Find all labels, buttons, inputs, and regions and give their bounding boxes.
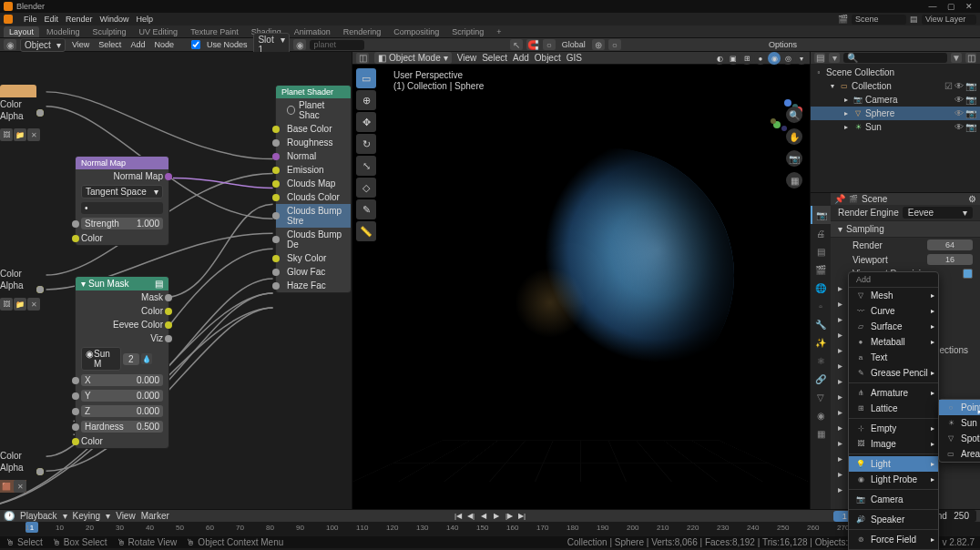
node-title[interactable]: Normal Map bbox=[76, 157, 168, 169]
tab-add[interactable]: + bbox=[491, 26, 506, 37]
orientation-label[interactable]: Global bbox=[559, 40, 588, 49]
material-preview-icon[interactable]: ◉ bbox=[768, 52, 781, 65]
vp-menu-add[interactable]: Add bbox=[513, 53, 529, 63]
cursor-tool[interactable]: ⊕ bbox=[356, 90, 376, 110]
menu-file[interactable]: File bbox=[24, 15, 37, 24]
eye-icon[interactable]: 👁 bbox=[954, 122, 964, 132]
tab-modeling[interactable]: Modeling bbox=[41, 26, 86, 37]
physics-tab[interactable]: ⚛ bbox=[811, 351, 831, 370]
planet-icon[interactable]: 🟫 bbox=[0, 480, 13, 493]
exclude-icon[interactable]: ☑ bbox=[944, 81, 953, 91]
eye-icon[interactable]: 👁 bbox=[954, 81, 964, 91]
add-lattice[interactable]: ⊞Lattice bbox=[849, 401, 938, 416]
render-icon[interactable]: 📷 bbox=[965, 108, 976, 118]
add-camera[interactable]: 📷Camera bbox=[849, 492, 938, 507]
object-tab[interactable]: ▫ bbox=[811, 297, 831, 315]
menu-marker[interactable]: Marker bbox=[141, 511, 169, 521]
constraint-tab[interactable]: 🔗 bbox=[811, 370, 831, 388]
add-armature[interactable]: ⋔Armature▸ bbox=[849, 385, 938, 401]
hardness-field[interactable]: Hardness0.500 bbox=[81, 421, 163, 433]
close-button[interactable]: ✕ bbox=[962, 2, 976, 11]
sampling-section[interactable]: ▾Sampling bbox=[831, 220, 980, 238]
snap-type-icon[interactable]: ○ bbox=[543, 39, 556, 50]
engine-dropdown[interactable]: Eevee▾ bbox=[903, 207, 973, 219]
timeline-ruler[interactable]: 1 11020304050607080901001101201301401501… bbox=[0, 522, 980, 536]
scene-field[interactable]: Scene bbox=[852, 15, 906, 25]
editor-type-icon[interactable]: ◉ bbox=[4, 39, 16, 50]
options-icon[interactable]: ⚙ bbox=[968, 194, 976, 204]
light-submenu[interactable]: ○Point ☀Sun ▽Spot ▭Area bbox=[938, 399, 980, 463]
cursor-tool-icon[interactable]: ↖ bbox=[510, 39, 523, 50]
view-layer-tab[interactable]: ▤ bbox=[811, 242, 831, 260]
render-icon[interactable]: 📷 bbox=[965, 122, 976, 132]
node-options-icon[interactable]: ▤ bbox=[155, 279, 163, 289]
node-title[interactable]: ▾Sun Mask▤ bbox=[76, 277, 168, 290]
new-collection-icon[interactable]: ◫ bbox=[965, 53, 976, 63]
minimize-button[interactable]: — bbox=[925, 2, 940, 11]
editor-type-icon[interactable]: ◫ bbox=[356, 53, 369, 64]
measure-tool[interactable]: 📏 bbox=[356, 221, 376, 241]
wireframe-icon[interactable]: ⊞ bbox=[740, 52, 753, 65]
folder-icon[interactable]: 📁 bbox=[14, 298, 26, 311]
vp-menu-view[interactable]: View bbox=[457, 53, 477, 63]
mesh-tab[interactable]: ▽ bbox=[811, 388, 831, 406]
vp-menu-select[interactable]: Select bbox=[482, 53, 507, 63]
vp-menu-object[interactable]: Object bbox=[535, 53, 561, 63]
material-field[interactable]: planet bbox=[310, 40, 364, 50]
add-menu[interactable]: Add ▽Mesh▸ 〰Curve▸ ▱Surface▸ ●Metaball▸ … bbox=[848, 271, 939, 550]
add-light[interactable]: 💡Light▸ bbox=[849, 456, 938, 472]
node-title[interactable]: Planet Shader bbox=[276, 86, 351, 98]
tab-uv-editing[interactable]: UV Editing bbox=[134, 26, 184, 37]
viewport[interactable]: ◫ ◧Object Mode▾ View Select Add Object G… bbox=[352, 52, 811, 509]
timeline[interactable]: 🕐 Playback ▾ Keying ▾ View Marker |◀ ◀| … bbox=[0, 509, 980, 535]
add-surface[interactable]: ▱Surface▸ bbox=[849, 319, 938, 334]
viewport-samples-field[interactable]: 16 bbox=[927, 254, 973, 265]
menu-keying[interactable]: Keying bbox=[73, 511, 101, 521]
annotate-tool[interactable]: ✎ bbox=[356, 199, 376, 219]
close-icon[interactable]: ✕ bbox=[27, 298, 40, 311]
camera-view-icon[interactable]: 📷 bbox=[786, 150, 802, 167]
add-light-probe[interactable]: ◉Light Probe▸ bbox=[849, 472, 938, 487]
tree-camera[interactable]: ▸📷Camera👁📷 bbox=[811, 93, 980, 107]
outliner-search[interactable]: 🔍 bbox=[843, 53, 947, 63]
render-icon[interactable]: 📷 bbox=[965, 81, 976, 91]
jump-start-icon[interactable]: |◀ bbox=[453, 512, 464, 521]
image-icon[interactable]: 🖼 bbox=[0, 298, 13, 311]
light-area[interactable]: ▭Area bbox=[939, 446, 980, 462]
next-key-icon[interactable]: |▶ bbox=[504, 512, 515, 521]
tree-collection[interactable]: ▾▭Collection☑👁📷 bbox=[811, 79, 980, 93]
maximize-button[interactable]: ▢ bbox=[944, 2, 958, 11]
object-dropdown[interactable]: Object▾ bbox=[20, 38, 66, 52]
outliner[interactable]: ▤ ▾ 🔍 ▼ ◫ ▫Scene Collection ▾▭Collection… bbox=[811, 52, 980, 193]
sun-object-dropdown[interactable]: ◉Sun M bbox=[81, 347, 121, 371]
add-mesh[interactable]: ▽Mesh▸ bbox=[849, 288, 938, 303]
add-grease-pencil[interactable]: ✎Grease Pencil▸ bbox=[849, 365, 938, 381]
menu-add[interactable]: Add bbox=[128, 40, 148, 49]
prev-key-icon[interactable]: ◀| bbox=[465, 512, 476, 521]
eyedropper-icon[interactable]: 💧 bbox=[141, 353, 152, 364]
tab-scripting[interactable]: Scripting bbox=[446, 26, 489, 37]
jump-end-icon[interactable]: ▶| bbox=[516, 512, 527, 521]
strength-field[interactable]: Strength1.000 bbox=[81, 218, 163, 229]
proportional-icon[interactable]: ○ bbox=[608, 39, 621, 50]
solid-icon[interactable]: ● bbox=[754, 52, 767, 65]
xray-toggle-icon[interactable]: ▣ bbox=[727, 52, 740, 65]
menu-help[interactable]: Help bbox=[137, 15, 154, 24]
render-samples-field[interactable]: 64 bbox=[927, 239, 973, 250]
close-icon[interactable]: ✕ bbox=[14, 480, 26, 493]
menu-view[interactable]: View bbox=[116, 511, 136, 521]
menu-view[interactable]: View bbox=[69, 40, 92, 49]
eye-icon[interactable]: 👁 bbox=[954, 95, 964, 105]
options-button[interactable]: Options bbox=[766, 40, 800, 49]
snap-toggle-icon[interactable]: 🧲 bbox=[526, 39, 539, 50]
add-curve[interactable]: 〰Curve▸ bbox=[849, 303, 938, 319]
normal-map-node[interactable]: Normal Map Normal Map Tangent Space▾ • S… bbox=[75, 156, 169, 246]
menu-playback[interactable]: Playback bbox=[20, 511, 57, 521]
texture-tab[interactable]: ▦ bbox=[811, 424, 831, 443]
light-sun[interactable]: ☀Sun bbox=[939, 415, 980, 431]
z-field[interactable]: Z0.000 bbox=[81, 405, 163, 417]
material-tab[interactable]: ◉ bbox=[811, 406, 831, 424]
image-node-stub-1[interactable]: Color Alpha 🖼📁✕ bbox=[0, 85, 40, 141]
add-empty[interactable]: ⊹Empty▸ bbox=[849, 421, 938, 436]
play-icon[interactable]: ▶ bbox=[491, 512, 502, 521]
